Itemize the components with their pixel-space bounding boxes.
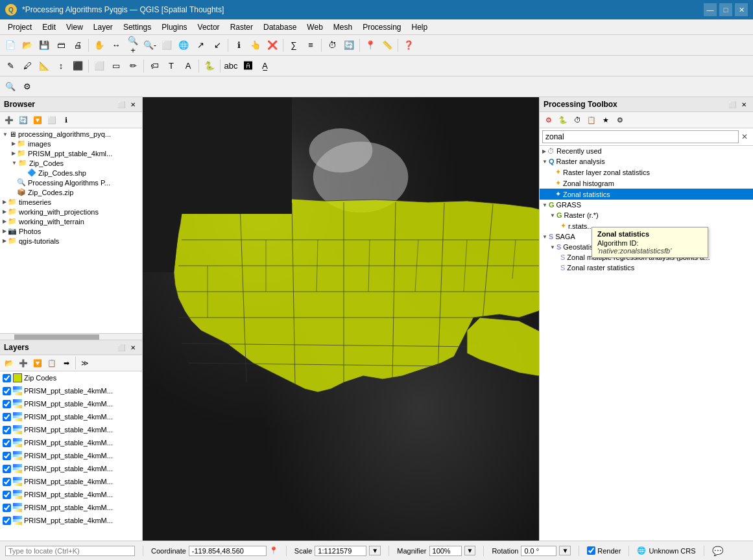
magnifier-dropdown[interactable]: ▼ — [464, 546, 476, 555]
layers-more-button[interactable]: ≫ — [78, 356, 91, 369]
toolbox-search-input[interactable] — [542, 130, 739, 143]
save-project-button[interactable]: 💾 — [36, 38, 52, 53]
open-project-button[interactable]: 📂 — [19, 38, 35, 53]
zoom-selection-button[interactable]: ↙ — [209, 38, 225, 53]
select-rect-button[interactable]: ⬜ — [91, 58, 107, 74]
browser-add-button[interactable]: ➕ — [3, 113, 16, 126]
scale-input[interactable] — [315, 546, 366, 556]
measure-button[interactable]: 📏 — [379, 38, 395, 53]
identify-button[interactable]: ℹ — [231, 38, 246, 53]
browser-float-button[interactable]: ⬜ — [116, 99, 126, 110]
browser-filter-button[interactable]: 🔽 — [31, 113, 44, 126]
layers-float-button[interactable]: ⬜ — [116, 342, 126, 353]
tb-zonal-raster-stats[interactable]: S Zonal raster statistics — [540, 262, 753, 273]
tree-item-timeseries[interactable]: ▶ 📁 timeseries — [1, 197, 141, 207]
menu-mesh[interactable]: Mesh — [328, 21, 357, 33]
tb-raster-layer-zonal[interactable]: ✦ Raster layer zonal statistics — [540, 167, 753, 178]
layer-check-prism-11[interactable] — [3, 517, 11, 525]
browser-info-button[interactable]: ℹ — [60, 113, 73, 126]
zoom-layer-button[interactable]: ↗ — [193, 38, 208, 53]
menu-database[interactable]: Database — [258, 21, 302, 33]
tree-item-projections[interactable]: ▶ 📁 working_with_projections — [1, 207, 141, 216]
layer-item-prism-10[interactable]: PRISM_ppt_stable_4kmM... — [0, 501, 142, 514]
tb-recently-used[interactable]: ▶ ⏱ Recently used — [540, 146, 753, 156]
layer-item-prism-3[interactable]: PRISM_ppt_stable_4kmM... — [0, 410, 142, 423]
open-attr-button[interactable]: ≡ — [303, 38, 318, 53]
layer-item-prism-5[interactable]: PRISM_ppt_stable_4kmM... — [0, 436, 142, 449]
save-as-button[interactable]: 🗃 — [53, 38, 69, 53]
tree-item-terrain[interactable]: ▶ 📁 working_with_terrain — [1, 216, 141, 226]
tree-item-zip[interactable]: ▶ 📦 Zip_Codes.zip — [1, 187, 141, 197]
pan-map-button[interactable]: ↔ — [108, 38, 124, 53]
close-button[interactable]: ✕ — [735, 3, 748, 16]
layer-check-prism-3[interactable] — [3, 413, 11, 421]
select-poly-button[interactable]: ▭ — [108, 58, 124, 74]
tree-item-images[interactable]: ▶ 📁 images — [1, 139, 141, 148]
layer-item-prism-4[interactable]: PRISM_ppt_stable_4kmM... — [0, 423, 142, 436]
tree-item-qgis[interactable]: ▶ 📁 qgis-tutorials — [1, 236, 141, 246]
tb-grass[interactable]: ▼ G GRASS — [540, 200, 753, 210]
tb-geostatistics[interactable]: ▼ S Geostatistics — [540, 242, 753, 252]
zoom-in-button[interactable]: 🔍+ — [125, 38, 141, 53]
help-button[interactable]: ❓ — [401, 38, 416, 53]
menu-plugins[interactable]: Plugins — [156, 21, 192, 33]
crs-item[interactable]: 🌐 Unknown CRS — [637, 546, 695, 555]
minimize-button[interactable]: — — [704, 3, 717, 16]
layer-check-prism-1[interactable] — [3, 387, 11, 395]
tb-saga[interactable]: ▼ S SAGA — [540, 231, 753, 242]
print-button[interactable]: 🖨 — [70, 38, 86, 53]
tb-rstats[interactable]: ✦ r.stats... — [540, 220, 753, 231]
label-btn-3[interactable]: A̲ — [257, 58, 272, 74]
render-checkbox[interactable] — [587, 546, 595, 555]
layer-check-prism-4[interactable] — [3, 426, 11, 434]
menu-settings[interactable]: Settings — [118, 21, 156, 33]
maximize-button[interactable]: □ — [719, 3, 732, 16]
layer-item-prism-7[interactable]: PRISM_ppt_stable_4kmM... — [0, 462, 142, 475]
tb-zonal-statistics[interactable]: ✦ Zonal statistics — [540, 189, 753, 200]
layer-item-prism-9[interactable]: PRISM_ppt_stable_4kmM... — [0, 488, 142, 501]
toolbox-close-button[interactable]: ✕ — [739, 99, 749, 110]
tb-raster-r[interactable]: ▼ G Raster (r.*) — [540, 210, 753, 220]
menu-project[interactable]: Project — [3, 21, 37, 33]
toolbox-help-button[interactable]: ⚙ — [614, 113, 627, 126]
toolbox-run-button[interactable]: ⚙ — [542, 113, 555, 126]
layer-check-prism-5[interactable] — [3, 439, 11, 447]
magnifier-input[interactable] — [429, 546, 462, 556]
layer-item-prism-8[interactable]: PRISM_ppt_stable_4kmM... — [0, 475, 142, 488]
zoom-full-button[interactable]: 🌐 — [176, 38, 191, 53]
dig-btn-4[interactable]: ↕ — [53, 58, 69, 74]
pan-button[interactable]: ✋ — [91, 38, 107, 53]
coordinate-input[interactable] — [189, 546, 267, 556]
search-clear-button[interactable]: ✕ — [739, 132, 750, 141]
toolbox-results-button[interactable]: 📋 — [585, 113, 598, 126]
text-btn[interactable]: T — [163, 58, 179, 74]
tb-zonal-multiple-regression[interactable]: S Zonal multiple regression analysis (po… — [540, 252, 753, 262]
layer-check-prism-2[interactable] — [3, 400, 11, 408]
dig-btn-5[interactable]: ⬛ — [70, 58, 86, 74]
tree-item-zipcodes-shp[interactable]: ▶ 🔷 Zip_Codes.shp — [1, 168, 141, 178]
layer-check-prism-7[interactable] — [3, 465, 11, 473]
layer-check-prism-10[interactable] — [3, 504, 11, 512]
layers-filter-button[interactable]: 🔽 — [31, 356, 44, 369]
menu-vector[interactable]: Vector — [193, 21, 225, 33]
scale-dropdown[interactable]: ▼ — [369, 546, 381, 555]
menu-help[interactable]: Help — [407, 21, 433, 33]
deselect-button[interactable]: ❌ — [265, 38, 280, 53]
symbol-btn[interactable]: A — [180, 58, 196, 74]
open-field-calc-button[interactable]: ∑ — [286, 38, 302, 53]
menu-raster[interactable]: Raster — [225, 21, 258, 33]
layer-check-zipcodes[interactable] — [3, 374, 11, 382]
tree-item-processing[interactable]: ▶ 🔍 Processing Algorithms P... — [1, 178, 141, 187]
dig-btn-2[interactable]: 🖊 — [19, 58, 35, 74]
layers-add-button[interactable]: ➕ — [17, 356, 30, 369]
zoom-out-button[interactable]: 🔍- — [142, 38, 158, 53]
layer-item-prism-11[interactable]: PRISM_ppt_stable_4kmM... — [0, 514, 142, 527]
tb-zonal-histogram[interactable]: ✦ Zonal histogram — [540, 178, 753, 189]
layer-item-prism-1[interactable]: PRISM_ppt_stable_4kmM... — [0, 384, 142, 397]
tb-raster-analysis[interactable]: ▼ Q Raster analysis — [540, 156, 753, 167]
browser-hscrollbar[interactable] — [0, 333, 142, 340]
tag-btn[interactable]: 🏷 — [147, 58, 162, 74]
tree-item-photos[interactable]: ▶ 📷 Photos — [1, 226, 141, 236]
menu-view[interactable]: View — [61, 21, 88, 33]
menu-layer[interactable]: Layer — [88, 21, 118, 33]
